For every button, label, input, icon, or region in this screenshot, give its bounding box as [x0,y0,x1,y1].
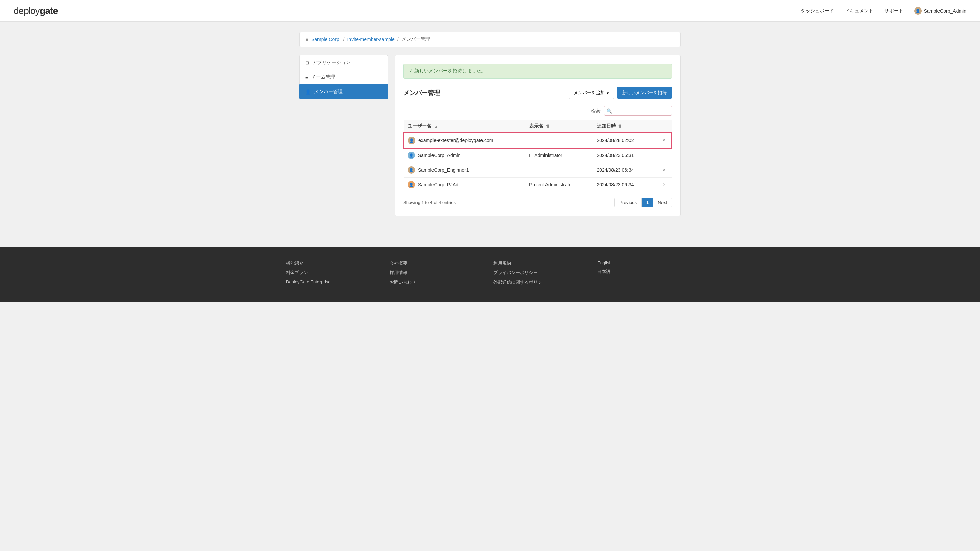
footer-col-3: 利用規約 プライバシーポリシー 外部送信に関するポリシー [493,260,590,289]
content-wrapper: ⊞ アプリケーション ≡ チーム管理 👤 メンバー管理 ✓ 新しいメンバーを招待… [299,55,681,216]
member-name-cell: 👤 SampleCorp_Enginner1 [408,166,521,174]
member-added-at: 2024/08/23 06:31 [593,148,651,163]
search-label: 検索: [591,108,601,114]
member-display-name: Project Administrator [525,178,593,192]
next-page-button[interactable]: Next [653,198,672,208]
member-avatar: 👤 [408,181,415,189]
col-actions [651,120,672,133]
footer-link-external[interactable]: 外部送信に関するポリシー [493,279,590,285]
header: deploygate ダッシュボード ドキュメント サポート 👤 SampleC… [0,0,980,22]
member-avatar: 👤 [408,152,415,159]
col-display-name[interactable]: 表示名 ⇅ [525,120,593,133]
breadcrumb-sep1: / [343,37,345,42]
member-added-at: 2024/08/23 06:34 [593,163,651,178]
member-added-at: 2024/08/28 02:02 [593,133,651,148]
member-username: SampleCorp_Enginner1 [418,167,469,173]
table-header-row: ユーザー名 ▲ 表示名 ⇅ 追加日時 ⇅ [404,120,672,133]
member-added-at: 2024/08/23 06:34 [593,178,651,192]
previous-page-button[interactable]: Previous [614,198,642,208]
table-row: 👤 SampleCorp_PJAd Project Administrator2… [404,178,672,192]
member-display-name [525,163,593,178]
table-row: 👤 example-extester@deploygate.com 2024/0… [404,133,672,148]
footer-link-jobs[interactable]: 採用情報 [390,270,487,276]
breadcrumb-org-icon: ⊞ [305,37,309,42]
search-input-wrap: 🔍 [604,106,672,116]
panel-title: メンバー管理 [403,89,440,97]
remove-member-button[interactable]: × [660,137,667,144]
footer-link-privacy[interactable]: プライバシーポリシー [493,270,590,276]
footer-link-about[interactable]: 会社概要 [390,260,487,266]
footer-link-pricing[interactable]: 料金プラン [286,270,383,276]
table-row: 👤 SampleCorp_Enginner1 2024/08/23 06:34× [404,163,672,178]
sidebar-item-teams-label: チーム管理 [311,74,335,80]
search-input[interactable] [604,106,672,116]
user-avatar-icon: 👤 [914,7,922,14]
nav-docs[interactable]: ドキュメント [845,8,873,14]
panel-header: メンバー管理 メンバーを追加 ▾ 新しいメンバーを招待 [403,87,672,99]
col-username-label: ユーザー名 [408,123,431,129]
search-icon: 🔍 [607,108,612,113]
pagination-summary: Showing 1 to 4 of 4 entries [403,200,456,205]
sidebar: ⊞ アプリケーション ≡ チーム管理 👤 メンバー管理 [299,55,388,216]
footer-col-4: English 日本語 [597,260,694,289]
member-name-cell: 👤 example-extester@deploygate.com [408,137,521,144]
footer-link-features[interactable]: 機能紹介 [286,260,383,266]
sidebar-item-applications[interactable]: ⊞ アプリケーション [299,55,388,70]
footer-link-japanese[interactable]: 日本語 [597,269,694,275]
sort-added-at-icon: ⇅ [618,124,621,128]
current-page-button[interactable]: 1 [642,198,653,208]
footer-link-english[interactable]: English [597,260,694,265]
footer-link-enterprise[interactable]: DeployGate Enterprise [286,279,383,284]
sidebar-item-members-label: メンバー管理 [314,89,343,95]
breadcrumb-org-link[interactable]: Sample Corp. [311,37,340,42]
footer-link-contact[interactable]: お問い合わせ [390,279,487,285]
applications-icon: ⊞ [305,60,309,65]
remove-member-button[interactable]: × [660,181,668,189]
col-added-at-label: 追加日時 [597,123,616,129]
members-icon: 👤 [305,89,311,95]
nav-dashboard[interactable]: ダッシュボード [801,8,834,14]
footer-col-1: 機能紹介 料金プラン DeployGate Enterprise [286,260,383,289]
dropdown-chevron-icon: ▾ [607,91,609,95]
nav-support[interactable]: サポート [885,8,904,14]
col-username[interactable]: ユーザー名 ▲ [404,120,525,133]
member-username: SampleCorp_Admin [418,153,460,158]
sidebar-item-members[interactable]: 👤 メンバー管理 [299,84,388,99]
remove-member-button[interactable]: × [660,166,668,174]
pagination-row: Showing 1 to 4 of 4 entries Previous 1 N… [403,198,672,208]
member-name-cell: 👤 SampleCorp_PJAd [408,181,521,189]
member-display-name: IT Administrator [525,148,593,163]
footer-link-terms[interactable]: 利用規約 [493,260,590,266]
member-name-cell: 👤 SampleCorp_Admin [408,152,521,159]
sort-username-icon: ▲ [434,124,438,128]
breadcrumb-app-link[interactable]: Invite-member-sample [347,37,395,42]
table-row: 👤 SampleCorp_Admin IT Administrator2024/… [404,148,672,163]
member-display-name [525,133,593,148]
footer-col-2: 会社概要 採用情報 お問い合わせ [390,260,487,289]
member-username: example-extester@deploygate.com [418,138,493,143]
breadcrumb-current: メンバー管理 [401,37,430,43]
invite-member-button[interactable]: 新しいメンバーを招待 [617,87,672,98]
user-menu[interactable]: 👤 SampleCorp_Admin [914,7,966,14]
alert-message: ✓ 新しいメンバーを招待しました。 [409,68,486,74]
user-name: SampleCorp_Admin [924,8,966,14]
footer: 機能紹介 料金プラン DeployGate Enterprise 会社概要 採用… [0,246,980,302]
breadcrumb-sep2: / [398,37,399,42]
col-added-at[interactable]: 追加日時 ⇅ [593,120,651,133]
sort-display-name-icon: ⇅ [546,124,549,128]
header-actions: メンバーを追加 ▾ 新しいメンバーを招待 [569,87,672,99]
main-panel: ✓ 新しいメンバーを招待しました。 メンバー管理 メンバーを追加 ▾ 新しいメン… [395,55,681,216]
sidebar-item-teams[interactable]: ≡ チーム管理 [299,70,388,84]
nav-links: ダッシュボード ドキュメント サポート 👤 SampleCorp_Admin [801,7,966,14]
logo[interactable]: deploygate [14,5,58,16]
add-member-dropdown[interactable]: メンバーを追加 ▾ [569,87,614,99]
member-username: SampleCorp_PJAd [418,182,458,187]
teams-icon: ≡ [305,75,308,80]
member-avatar: 👤 [408,166,415,174]
footer-grid: 機能紹介 料金プラン DeployGate Enterprise 会社概要 採用… [286,260,694,289]
search-row: 検索: 🔍 [403,106,672,116]
member-avatar: 👤 [408,137,415,144]
pagination-controls: Previous 1 Next [614,198,672,208]
page-content: ⊞ Sample Corp. / Invite-member-sample / … [286,22,694,226]
breadcrumb: ⊞ Sample Corp. / Invite-member-sample / … [299,32,681,47]
